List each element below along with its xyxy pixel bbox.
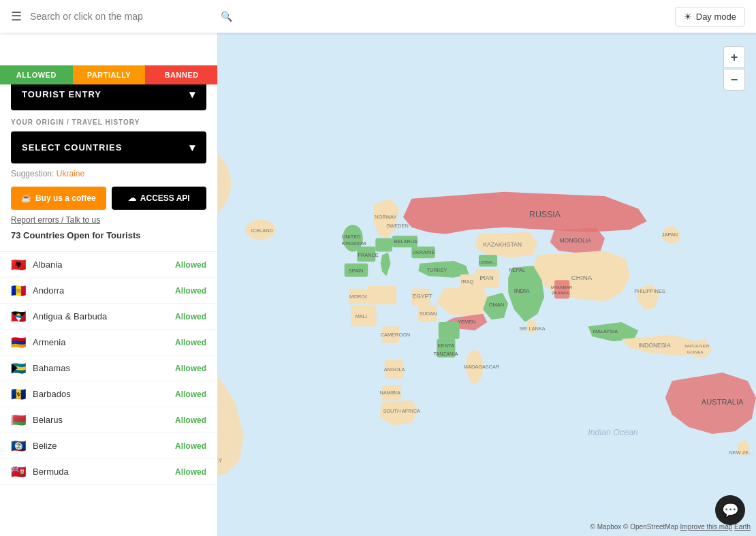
search-icon: 🔍 xyxy=(221,11,232,22)
country-status: Allowed xyxy=(175,415,206,425)
country-flag: 🇧🇿 xyxy=(11,441,26,451)
country-list-item[interactable]: 🇧🇾 Belarus Allowed xyxy=(0,407,217,433)
svg-text:ANGOLA: ANGOLA xyxy=(384,366,405,373)
svg-text:(BURMA): (BURMA) xyxy=(552,290,569,295)
select-countries-label: SELECT COUNTRIES xyxy=(22,142,122,153)
country-flag: 🇦🇱 xyxy=(11,259,26,270)
action-buttons: ☕ Buy us a coffee ☁ ACCESS API xyxy=(11,187,206,210)
country-name: Armenia xyxy=(33,337,175,347)
svg-text:BELARUS: BELARUS xyxy=(394,238,418,245)
country-list: 🇦🇱 Albania Allowed 🇦🇩 Andorra Allowed 🇦🇬… xyxy=(0,251,217,536)
select-countries-dropdown[interactable]: SELECT COUNTRIES ▾ xyxy=(11,131,206,163)
chat-icon: 💬 xyxy=(722,502,739,518)
country-flag: 🇦🇩 xyxy=(11,285,26,296)
svg-text:ICELAND: ICELAND xyxy=(251,227,273,234)
svg-text:MONGOLIA: MONGOLIA xyxy=(559,237,591,244)
country-flag: 🇧🇧 xyxy=(11,389,26,399)
svg-text:FRANCE: FRANCE xyxy=(358,252,378,258)
country-list-item[interactable]: 🇧🇧 Barbados Allowed xyxy=(0,381,217,407)
svg-text:GUINEA: GUINEA xyxy=(687,349,704,354)
cloud-icon: ☁ xyxy=(128,193,136,203)
country-name: Bahamas xyxy=(33,363,175,373)
search-input[interactable] xyxy=(30,11,221,22)
access-api-button[interactable]: ☁ ACCESS API xyxy=(112,187,207,210)
svg-text:NEPAL: NEPAL xyxy=(509,267,525,273)
svg-text:RUSSIA: RUSSIA xyxy=(529,210,561,219)
country-status: Allowed xyxy=(175,338,206,347)
country-status: Allowed xyxy=(175,260,206,270)
status-partially[interactable]: PARTIALLY xyxy=(73,65,146,84)
status-bar: ALLOWED PARTIALLY BANNED xyxy=(0,65,218,84)
sidebar: ALLOWED PARTIALLY BANNED VISUALIZE BY TO… xyxy=(0,33,218,536)
country-flag: 🇦🇲 xyxy=(11,337,26,347)
svg-text:Indian Ocean: Indian Ocean xyxy=(588,428,637,437)
country-name: Antigua & Barbuda xyxy=(33,311,175,321)
day-mode-label: Day mode xyxy=(696,12,736,22)
buy-coffee-button[interactable]: ☕ Buy us a coffee xyxy=(11,187,106,210)
mapbox-credit: © Mapbox © OpenStreetMap xyxy=(590,523,678,531)
svg-text:MALAYSIA: MALAYSIA xyxy=(593,328,618,334)
chevron-down-icon-2: ▾ xyxy=(189,141,195,154)
svg-rect-62 xyxy=(367,286,396,304)
svg-text:KINGDOM: KINGDOM xyxy=(342,240,366,247)
status-allowed[interactable]: ALLOWED xyxy=(0,65,73,84)
svg-text:CHINA: CHINA xyxy=(571,274,593,281)
country-flag: 🇦🇬 xyxy=(11,311,26,321)
svg-text:MALI: MALI xyxy=(356,313,367,319)
day-mode-button[interactable]: ☀ Day mode xyxy=(675,7,745,27)
country-list-item[interactable]: 🇦🇩 Andorra Allowed xyxy=(0,278,217,304)
zoom-in-button[interactable]: + xyxy=(723,46,745,68)
chat-button[interactable]: 💬 xyxy=(715,495,745,525)
tourist-entry-label: TOURIST ENTRY xyxy=(22,89,101,99)
svg-text:KENYA: KENYA xyxy=(438,343,455,349)
suggestion-link[interactable]: Ukraine xyxy=(57,169,84,178)
country-list-item[interactable]: 🇦🇱 Albania Allowed xyxy=(0,252,217,278)
svg-text:IRAN: IRAN xyxy=(479,274,494,281)
country-name: Andorra xyxy=(33,285,175,296)
country-status: Allowed xyxy=(175,390,206,399)
svg-text:PAPUA NEW: PAPUA NEW xyxy=(684,343,709,348)
hamburger-icon[interactable]: ☰ xyxy=(11,9,22,24)
status-banned[interactable]: BANNED xyxy=(145,65,218,84)
country-status: Allowed xyxy=(175,364,206,373)
zoom-controls: + − xyxy=(723,46,745,91)
zoom-out-button[interactable]: − xyxy=(723,69,745,91)
country-list-item[interactable]: 🇦🇲 Armenia Allowed xyxy=(0,330,217,356)
svg-text:MADAGASCAR: MADAGASCAR xyxy=(464,364,500,370)
header: ☰ 🔍 ☀ Day mode xyxy=(0,0,756,33)
svg-text:SRI LANKA: SRI LANKA xyxy=(519,326,546,332)
svg-text:SUDAN: SUDAN xyxy=(419,311,437,317)
svg-text:SOUTH AFRICA: SOUTH AFRICA xyxy=(383,408,420,414)
svg-text:OMAN: OMAN xyxy=(489,302,504,308)
coffee-icon: ☕ xyxy=(21,193,31,203)
svg-text:TURKEY: TURKEY xyxy=(427,267,447,273)
country-flag: 🇧🇲 xyxy=(11,467,26,477)
svg-text:PHILIPPINES: PHILIPPINES xyxy=(634,288,665,294)
svg-text:SWEDEN: SWEDEN xyxy=(386,223,408,229)
suggestion-text: Suggestion: Ukraine xyxy=(11,169,206,178)
buy-coffee-label: Buy us a coffee xyxy=(35,193,96,203)
country-list-item[interactable]: 🇧🇲 Bermuda Allowed xyxy=(0,459,217,485)
svg-text:JAPAN: JAPAN xyxy=(662,232,678,238)
svg-text:IRAQ: IRAQ xyxy=(461,279,473,285)
country-list-item[interactable]: 🇧🇸 Bahamas Allowed xyxy=(0,356,217,381)
svg-rect-71 xyxy=(439,322,460,339)
country-name: Barbados xyxy=(33,389,175,399)
country-status: Allowed xyxy=(175,467,206,477)
svg-text:INDIA: INDIA xyxy=(514,287,530,294)
country-list-item[interactable]: 🇧🇿 Belize Allowed xyxy=(0,433,217,459)
country-name: Bermuda xyxy=(33,467,175,477)
report-link[interactable]: Report errors / Talk to us xyxy=(11,215,206,225)
country-status: Allowed xyxy=(175,441,206,451)
earth-link[interactable]: Earth xyxy=(734,523,751,531)
svg-text:NORWAY: NORWAY xyxy=(375,214,396,220)
svg-text:YEMEN: YEMEN xyxy=(458,319,475,325)
svg-text:KAZAKHSTAN: KAZAKHSTAN xyxy=(483,241,522,248)
svg-rect-49 xyxy=(554,280,569,298)
country-flag: 🇧🇾 xyxy=(11,415,26,425)
svg-text:CAMEROON: CAMEROON xyxy=(381,332,411,338)
country-list-item[interactable]: 🇦🇬 Antigua & Barbuda Allowed xyxy=(0,304,217,330)
country-status: Allowed xyxy=(175,312,206,321)
country-name: Albania xyxy=(33,259,175,270)
svg-text:AUSTRALIA: AUSTRALIA xyxy=(702,398,744,406)
